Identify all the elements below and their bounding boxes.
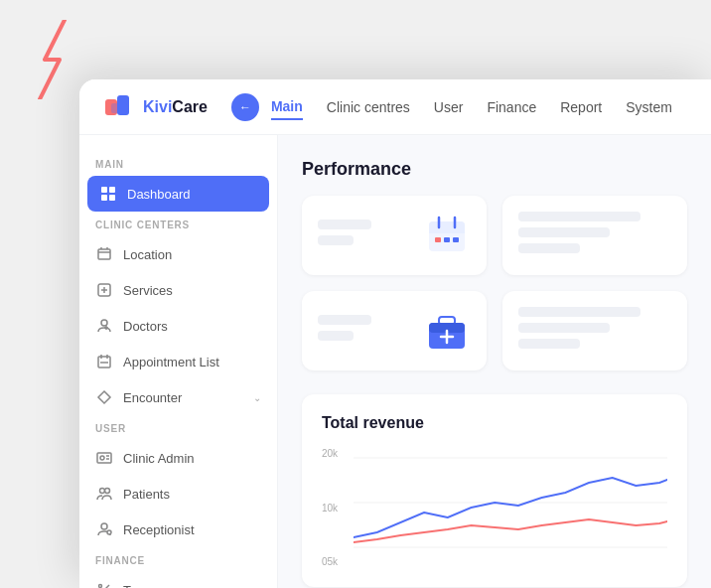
tax-icon bbox=[95, 581, 113, 588]
svg-point-26 bbox=[105, 489, 110, 494]
doctors-icon bbox=[95, 317, 113, 335]
perf-card-bottom-right bbox=[502, 291, 687, 370]
sidebar-item-dashboard[interactable]: Dashboard bbox=[87, 176, 269, 212]
appointment-icon bbox=[95, 353, 113, 370]
sidebar-item-patients-label: Patients bbox=[123, 487, 170, 502]
clinic-admin-icon bbox=[95, 449, 113, 467]
chart-y-labels: 20k 10k 05k bbox=[322, 448, 350, 567]
nav-item-user[interactable]: User bbox=[434, 95, 464, 119]
main-content: MAIN Dashboard CLINIC CENTERS bbox=[79, 135, 711, 588]
lightning-decoration bbox=[30, 20, 84, 103]
svg-point-22 bbox=[100, 456, 104, 460]
sidebar-item-receptionist-label: Receptionist bbox=[123, 522, 195, 537]
skeleton-line bbox=[318, 315, 371, 325]
perf-card-bottom-right-info bbox=[518, 307, 671, 355]
skeleton-line bbox=[518, 212, 640, 221]
svg-rect-39 bbox=[444, 237, 450, 242]
performance-title: Performance bbox=[302, 159, 687, 180]
skeleton-line bbox=[518, 243, 580, 253]
top-navbar: KiviCare ← Main Clinic centres User Fina… bbox=[79, 79, 711, 135]
svg-point-30 bbox=[99, 585, 102, 588]
sidebar: MAIN Dashboard CLINIC CENTERS bbox=[79, 135, 278, 588]
receptionist-icon bbox=[95, 520, 113, 538]
perf-card-top-right bbox=[502, 196, 687, 275]
svg-point-27 bbox=[101, 523, 107, 529]
svg-rect-38 bbox=[435, 237, 441, 242]
sidebar-item-encounter-label: Encounter bbox=[123, 390, 182, 405]
performance-grid bbox=[302, 196, 687, 370]
perf-card-appointments bbox=[302, 196, 487, 275]
chart-label-10k: 10k bbox=[322, 503, 350, 514]
svg-point-28 bbox=[107, 530, 111, 534]
svg-rect-35 bbox=[429, 227, 465, 233]
logo-area: KiviCare bbox=[103, 91, 208, 123]
sidebar-item-appointment-list[interactable]: Appointment List bbox=[79, 344, 277, 379]
skeleton-line bbox=[518, 339, 580, 349]
sidebar-item-clinic-admin[interactable]: Clinic Admin bbox=[79, 440, 277, 476]
revenue-title: Total revenue bbox=[322, 414, 667, 432]
sidebar-section-main: MAIN bbox=[79, 151, 277, 176]
grid-icon bbox=[99, 185, 117, 203]
calendar-icon bbox=[423, 212, 471, 259]
sidebar-item-encounter[interactable]: Encounter ⌄ bbox=[79, 379, 277, 415]
chevron-down-icon: ⌄ bbox=[253, 392, 261, 403]
svg-rect-6 bbox=[109, 195, 115, 201]
svg-rect-7 bbox=[98, 249, 110, 259]
perf-card-appointments-info bbox=[318, 220, 407, 251]
location-icon bbox=[95, 245, 113, 263]
logo-icon bbox=[103, 91, 135, 123]
sidebar-item-patients[interactable]: Patients bbox=[79, 476, 277, 512]
sidebar-item-location[interactable]: Location bbox=[79, 236, 277, 272]
sidebar-item-services-label: Services bbox=[123, 283, 173, 298]
skeleton-line bbox=[518, 307, 640, 317]
sidebar-section-clinic: CLINIC CENTERS bbox=[79, 212, 277, 236]
chart-label-05k: 05k bbox=[322, 556, 350, 567]
svg-rect-5 bbox=[101, 195, 107, 201]
nav-back-button[interactable]: ← bbox=[231, 93, 259, 121]
svg-rect-3 bbox=[101, 187, 107, 193]
svg-rect-40 bbox=[453, 237, 459, 242]
sidebar-item-clinic-admin-label: Clinic Admin bbox=[123, 451, 195, 466]
revenue-section: Total revenue 20k 10k 05k bbox=[302, 394, 687, 587]
chart-label-20k: 20k bbox=[322, 448, 350, 459]
sidebar-item-dashboard-label: Dashboard bbox=[127, 187, 191, 202]
services-icon bbox=[95, 281, 113, 299]
skeleton-line bbox=[518, 227, 610, 237]
sidebar-item-tax[interactable]: Tax bbox=[79, 572, 277, 588]
perf-card-right-info bbox=[518, 212, 671, 259]
sidebar-item-appointment-list-label: Appointment List bbox=[123, 355, 219, 369]
perf-card-medical bbox=[302, 291, 487, 370]
sidebar-item-location-label: Location bbox=[123, 247, 172, 262]
medical-bag-icon bbox=[423, 307, 471, 355]
skeleton-line bbox=[318, 331, 354, 341]
skeleton-line bbox=[318, 220, 371, 229]
sidebar-item-tax-label: Tax bbox=[123, 583, 143, 589]
sidebar-item-receptionist[interactable]: Receptionist bbox=[79, 512, 277, 547]
svg-rect-4 bbox=[109, 187, 115, 193]
sidebar-section-user: USER bbox=[79, 415, 277, 440]
perf-card-medical-info bbox=[318, 315, 407, 347]
encounter-icon bbox=[95, 388, 113, 406]
nav-item-main[interactable]: Main bbox=[271, 94, 303, 120]
patients-icon bbox=[95, 485, 113, 503]
nav-items: Main Clinic centres User Finance Report … bbox=[271, 94, 687, 120]
chart-lines bbox=[354, 448, 667, 567]
app-frame: KiviCare ← Main Clinic centres User Fina… bbox=[79, 79, 711, 588]
logo-text: KiviCare bbox=[143, 98, 208, 116]
sidebar-item-services[interactable]: Services bbox=[79, 272, 277, 308]
nav-item-report[interactable]: Report bbox=[560, 95, 602, 119]
skeleton-line bbox=[518, 323, 610, 333]
svg-rect-2 bbox=[111, 103, 127, 113]
chart-svg-area bbox=[354, 448, 667, 567]
sidebar-section-finance: FINANCE bbox=[79, 547, 277, 572]
sidebar-item-doctors[interactable]: Doctors bbox=[79, 308, 277, 344]
content-area: Performance bbox=[278, 135, 711, 588]
nav-item-clinic-centres[interactable]: Clinic centres bbox=[327, 95, 410, 119]
nav-item-finance[interactable]: Finance bbox=[487, 95, 536, 119]
skeleton-line bbox=[318, 235, 354, 245]
svg-point-14 bbox=[101, 320, 107, 326]
nav-item-system[interactable]: System bbox=[626, 95, 672, 119]
revenue-chart: 20k 10k 05k bbox=[322, 448, 667, 567]
sidebar-item-doctors-label: Doctors bbox=[123, 319, 168, 334]
